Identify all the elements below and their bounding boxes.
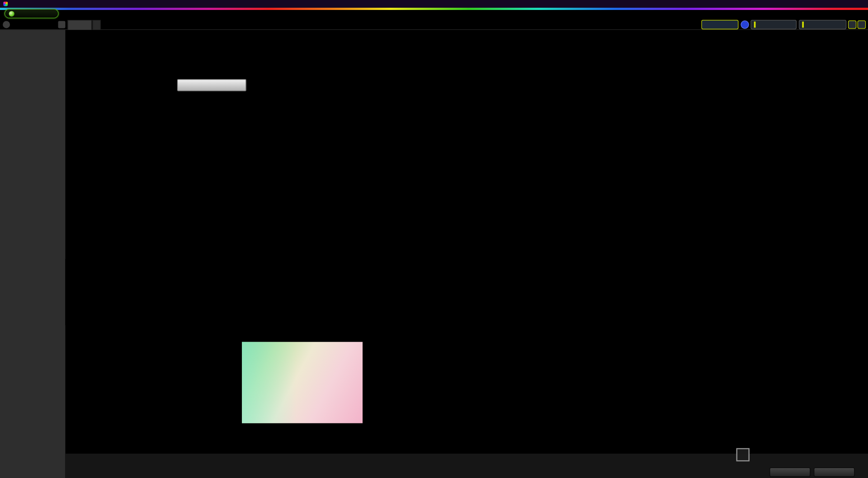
sidebar <box>0 30 65 478</box>
meter-count-badge <box>741 20 749 28</box>
calman-logo-button[interactable] <box>5 9 59 19</box>
app-icon <box>3 2 8 6</box>
deltae-bar-chart <box>71 101 237 239</box>
titlebar <box>0 0 868 8</box>
divider <box>0 29 868 30</box>
gamma-loglog-chart <box>643 59 860 236</box>
current-reading-panel <box>77 335 148 368</box>
de-formula-select[interactable] <box>177 79 246 91</box>
add-tab-button[interactable] <box>92 20 100 30</box>
grayscale-swatch-strip <box>65 259 868 325</box>
rgb-balance-line-chart <box>249 59 552 236</box>
back-button[interactable] <box>769 468 811 477</box>
target-label <box>115 288 123 320</box>
direct-display-control-button[interactable] <box>799 20 846 29</box>
rgb-balance-bar-chart <box>548 59 646 236</box>
rainbow-stripe <box>0 8 868 10</box>
tab-history-1[interactable] <box>67 20 92 30</box>
calman-logo-icon <box>9 11 14 16</box>
sidebar-pane-title <box>0 30 65 36</box>
pattern-step-bar <box>65 454 868 478</box>
source-dropdown[interactable] <box>750 20 797 29</box>
next-button[interactable] <box>814 468 855 477</box>
meter-button[interactable] <box>701 20 738 29</box>
app-window <box>0 0 868 478</box>
gear-icon[interactable] <box>848 20 856 28</box>
close-icon[interactable] <box>858 20 866 28</box>
cie-gradient-background <box>242 342 363 423</box>
cie-1931-chart <box>232 331 371 434</box>
collapse-pane-button[interactable] <box>3 21 10 28</box>
collapse-sidebar-button[interactable] <box>58 21 66 28</box>
